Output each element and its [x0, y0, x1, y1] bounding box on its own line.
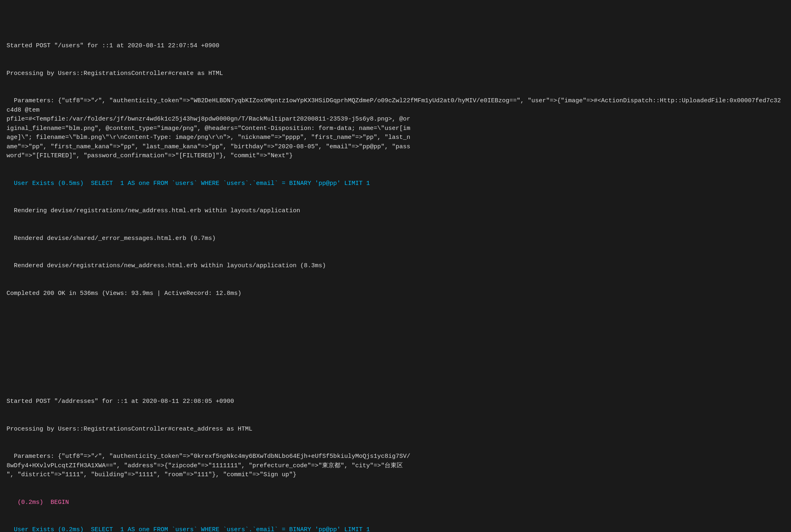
log-line-begin: (0.2ms) BEGIN	[7, 498, 784, 508]
log-line: Parameters: {"utf8"=>"✓", "authenticity_…	[7, 97, 784, 161]
log-line: Started POST "/addresses" for ::1 at 202…	[7, 397, 784, 407]
log-line: Processing by Users::RegistrationsContro…	[7, 69, 784, 79]
log-block-2: Started POST "/addresses" for ::1 at 202…	[7, 379, 784, 532]
log-line: Processing by Users::RegistrationsContro…	[7, 425, 784, 434]
log-block-1: Started POST "/users" for ::1 at 2020-08…	[7, 23, 784, 317]
log-line: Started POST "/users" for ::1 at 2020-08…	[7, 42, 784, 51]
log-line: Rendered devise/shared/_error_messages.h…	[7, 234, 784, 244]
log-line: Parameters: {"utf8"=>"✓", "authenticity_…	[7, 452, 784, 480]
log-line: Rendering devise/registrations/new_addre…	[7, 207, 784, 216]
log-line: Rendered devise/registrations/new_addres…	[7, 262, 784, 271]
log-output: Started POST "/users" for ::1 at 2020-08…	[7, 5, 784, 532]
log-line-sql: User Exists (0.2ms) SELECT 1 AS one FROM…	[7, 525, 784, 532]
log-line-sql: User Exists (0.5ms) SELECT 1 AS one FROM…	[7, 179, 784, 189]
log-line: Completed 200 OK in 536ms (Views: 93.9ms…	[7, 289, 784, 299]
